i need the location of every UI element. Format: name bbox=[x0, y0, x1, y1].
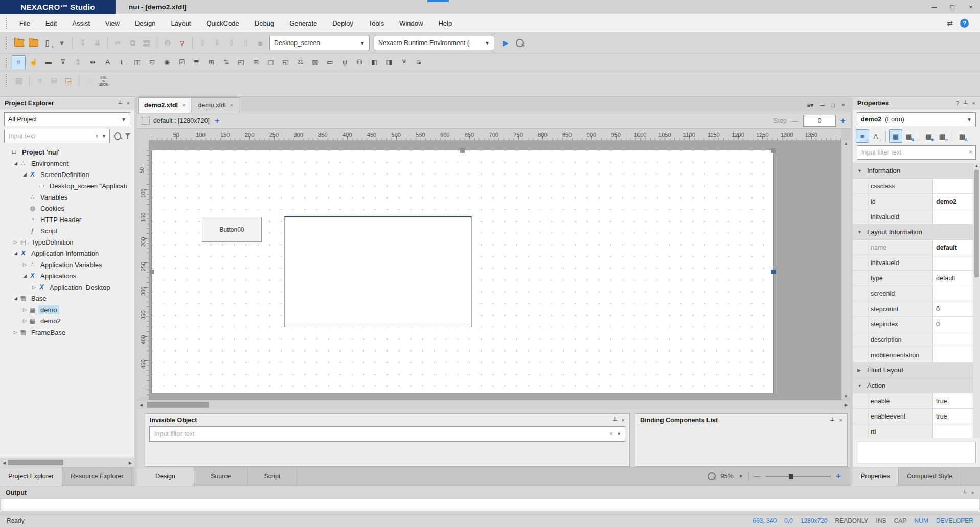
property-value[interactable] bbox=[932, 255, 973, 270]
tree-item-screendefinition[interactable]: ◢XScreenDefinition bbox=[0, 169, 134, 180]
section-expander-icon[interactable]: ▼ bbox=[857, 230, 862, 235]
menu-layout[interactable]: Layout bbox=[163, 19, 198, 27]
button-component-icon[interactable]: ▬ bbox=[41, 55, 55, 69]
tree-item-application-desktop[interactable]: ▷XApplication_Desktop bbox=[0, 281, 134, 293]
canvas-hscrollbar[interactable]: ◀ ▶ bbox=[137, 400, 850, 409]
pin-icon[interactable]: ┴ bbox=[118, 100, 122, 106]
section-expander-icon[interactable]: ▼ bbox=[857, 168, 862, 173]
close-icon[interactable]: × bbox=[182, 102, 185, 108]
layout-selector[interactable]: default : [1280x720] bbox=[153, 117, 210, 124]
tab-list-icon[interactable]: ≡▾ bbox=[807, 102, 813, 109]
combo-component-icon[interactable]: ⊽ bbox=[56, 55, 70, 69]
tree-expander-icon[interactable]: ▷ bbox=[21, 262, 28, 267]
scroll-down-icon[interactable]: ▼ bbox=[842, 394, 850, 399]
mdi-close-icon[interactable]: × bbox=[841, 102, 845, 109]
tab-source[interactable]: Source bbox=[194, 467, 248, 486]
property-value[interactable]: 0 bbox=[932, 317, 973, 332]
add-layout-button[interactable]: + bbox=[215, 116, 220, 126]
tab-design[interactable]: Design bbox=[137, 467, 194, 486]
view-events-icon[interactable]: ▤↯ bbox=[902, 129, 916, 143]
resize-handle-top-right[interactable] bbox=[771, 148, 776, 153]
dataset-icon[interactable]: ⛁ bbox=[353, 55, 367, 69]
canvas-vscrollbar[interactable]: ▲ ▼ bbox=[841, 140, 850, 400]
step-increment-button[interactable]: + bbox=[840, 116, 846, 126]
tree-expander-icon[interactable]: ▷ bbox=[21, 307, 28, 312]
scrollbar-component-icon[interactable]: ⊻ bbox=[397, 55, 411, 69]
scroll-left-icon[interactable]: ◀ bbox=[137, 403, 145, 407]
textarea-component-icon[interactable]: A bbox=[101, 55, 115, 69]
mdi-minimize-icon[interactable]: ─ bbox=[820, 102, 825, 109]
menu-window[interactable]: Window bbox=[392, 19, 430, 27]
property-value[interactable] bbox=[932, 347, 973, 362]
button00-component[interactable]: Button00 bbox=[202, 217, 262, 242]
project-tree-hscrollbar[interactable]: ◀ ▶ bbox=[0, 458, 134, 467]
hand-tool-icon[interactable]: ☝ bbox=[27, 55, 40, 69]
fileupload-component-icon[interactable]: ψ bbox=[338, 55, 352, 69]
menu-design[interactable]: Design bbox=[127, 19, 163, 27]
property-value[interactable]: demo2 bbox=[932, 194, 973, 209]
calendar-component-icon[interactable]: 31 bbox=[293, 55, 307, 69]
tree-item-demo2[interactable]: ▷▦demo2 bbox=[0, 315, 134, 326]
invisible-object-filter-input[interactable] bbox=[153, 430, 606, 438]
tree-item-http-header[interactable]: ◔HTTP Header bbox=[0, 214, 134, 225]
menu-tools[interactable]: Tools bbox=[361, 19, 392, 27]
maximize-button[interactable]: □ bbox=[943, 0, 962, 14]
clear-icon[interactable]: × bbox=[609, 430, 613, 437]
step-input[interactable]: 0 bbox=[803, 115, 836, 127]
static-component-icon[interactable]: L bbox=[116, 55, 129, 69]
zoom-out-button[interactable]: — bbox=[754, 473, 761, 480]
property-value[interactable]: true bbox=[932, 393, 973, 408]
layout-component-icon[interactable]: ≋ bbox=[412, 55, 426, 69]
tree-item-application-information[interactable]: ◢XApplication Information bbox=[0, 248, 134, 259]
tree-item-script[interactable]: ƒScript bbox=[0, 225, 134, 236]
scroll-up-icon[interactable]: ▲ bbox=[842, 141, 850, 146]
quickview-icon[interactable] bbox=[513, 36, 527, 50]
tree-expander-icon[interactable]: ▷ bbox=[12, 239, 19, 245]
tree-expander-icon[interactable]: ◢ bbox=[12, 251, 19, 256]
layout-switch-icon[interactable]: ⇄ bbox=[947, 19, 953, 27]
property-value[interactable]: default bbox=[932, 271, 973, 286]
tree-item-environment[interactable]: ◢∴Environment bbox=[0, 158, 134, 169]
minimize-button[interactable]: ─ bbox=[925, 0, 943, 14]
menu-debug[interactable]: Debug bbox=[247, 19, 282, 27]
grid-pick-icon[interactable]: ⊞ bbox=[249, 55, 263, 69]
view-properties-icon[interactable]: ▤ bbox=[889, 129, 902, 143]
property-value[interactable]: default bbox=[932, 240, 973, 255]
scrollbar-thumb[interactable] bbox=[147, 402, 209, 408]
section-expander-icon[interactable]: ▼ bbox=[857, 383, 862, 388]
property-value[interactable] bbox=[932, 286, 973, 301]
menu-deploy[interactable]: Deploy bbox=[325, 19, 360, 27]
imageviewer-component-icon[interactable]: ▧ bbox=[308, 55, 322, 69]
property-section-fluid-layout[interactable]: ▶Fluid Layout bbox=[853, 363, 973, 378]
radio-component-icon[interactable]: ◉ bbox=[160, 55, 174, 69]
tree-expander-icon[interactable]: ◢ bbox=[12, 296, 19, 301]
tree-item-demo[interactable]: ▷▦demo bbox=[0, 304, 134, 315]
tab-resource-explorer[interactable]: Resource Explorer bbox=[62, 467, 132, 486]
tree-expander-icon[interactable]: ◢ bbox=[21, 172, 28, 177]
tree-item-framebase[interactable]: ▷▦FrameBase bbox=[0, 326, 134, 338]
listbox-component-icon[interactable]: ≣ bbox=[190, 55, 203, 69]
tree-expander-icon[interactable]: ◢ bbox=[12, 161, 19, 166]
close-button[interactable]: × bbox=[962, 0, 980, 14]
tree-expander-icon[interactable]: ▷ bbox=[21, 318, 28, 323]
launch-project-icon[interactable]: ▶ bbox=[498, 36, 513, 50]
pin-icon[interactable]: ┴ bbox=[613, 417, 617, 423]
properties-filter-input[interactable] bbox=[860, 148, 966, 157]
scrollbar-thumb[interactable] bbox=[974, 170, 979, 277]
help-icon[interactable]: ? bbox=[956, 100, 959, 106]
step-decrement-button[interactable]: — bbox=[791, 117, 799, 125]
pin-icon[interactable]: ┴ bbox=[963, 490, 967, 496]
div-component[interactable] bbox=[284, 216, 472, 327]
edit-component-icon[interactable]: ⌷ bbox=[71, 55, 85, 69]
object-selector-dropdown[interactable]: demo2 (Form) ▼ bbox=[857, 112, 976, 126]
runtime-environment-dropdown[interactable]: Nexacro Runtime Environment (▼ bbox=[374, 36, 494, 50]
tab-demo2-xfdl[interactable]: demo2.xfdl× bbox=[138, 97, 191, 113]
scroll-right-icon[interactable]: ▶ bbox=[126, 460, 134, 465]
menu-quickcode[interactable]: QuickCode bbox=[199, 19, 247, 27]
menu-file[interactable]: File bbox=[12, 19, 38, 27]
open-file-icon[interactable] bbox=[26, 36, 40, 50]
zoom-slider[interactable] bbox=[765, 476, 831, 477]
property-value[interactable]: true bbox=[932, 409, 973, 424]
tree-item-project-nui[interactable]: ⊟Project 'nui' bbox=[0, 146, 134, 158]
scroll-up-icon[interactable]: ▲ bbox=[973, 163, 980, 168]
